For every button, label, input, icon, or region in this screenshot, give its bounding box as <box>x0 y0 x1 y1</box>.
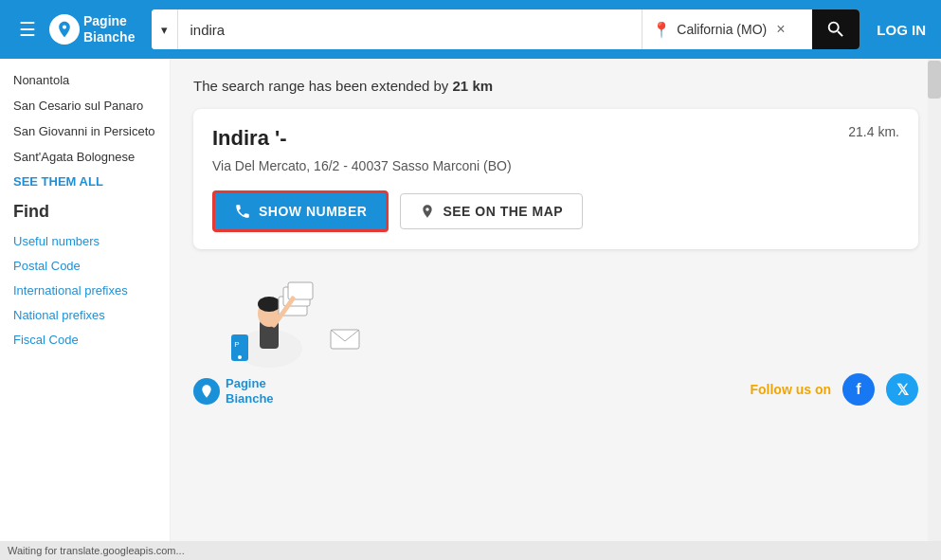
phone-icon <box>234 203 251 220</box>
result-name: Indira '- <box>212 126 899 151</box>
svg-point-3 <box>258 297 280 312</box>
logo[interactable]: Pagine Bianche <box>49 13 135 45</box>
location-filter: 📍 California (MO) × <box>642 9 812 49</box>
show-number-button[interactable]: SHOW NUMBER <box>212 190 389 232</box>
location-pin-icon: 📍 <box>652 21 671 39</box>
sidebar-location-san-cesario[interactable]: San Cesario sul Panaro <box>13 94 156 119</box>
dropdown-arrow-icon: ▾ <box>161 23 168 37</box>
sidebar-link-international-prefixes[interactable]: International prefixes <box>13 279 156 303</box>
search-button[interactable] <box>812 9 860 49</box>
see-all-link[interactable]: SEE THEM ALL <box>13 174 156 189</box>
sidebar-location-nonantola[interactable]: Nonantola <box>13 68 156 94</box>
status-bar: Waiting for translate.googleapis.com... <box>0 541 941 560</box>
logo-icon <box>49 14 80 45</box>
svg-text:P: P <box>234 340 239 349</box>
status-text: Waiting for translate.googleapis.com... <box>8 545 185 556</box>
scrollbar-thumb[interactable] <box>928 61 941 99</box>
logo-pin-icon <box>55 20 74 39</box>
location-text: California (MO) <box>677 22 767 37</box>
sidebar-link-fiscal-code[interactable]: Fiscal Code <box>13 328 156 352</box>
hamburger-icon[interactable]: ☰ <box>15 14 40 45</box>
result-distance: 21.4 km. <box>848 124 899 139</box>
footer-logo-text: PagineBianche <box>226 376 274 406</box>
twitter-button[interactable]: 𝕏 <box>886 373 918 406</box>
sidebar-link-national-prefixes[interactable]: National prefixes <box>13 303 156 328</box>
find-section-title: Find <box>13 202 156 222</box>
svg-point-9 <box>238 355 242 359</box>
result-address: Via Del Mercato, 16/2 - 40037 Sasso Marc… <box>212 158 899 173</box>
sidebar-location-san-giovanni[interactable]: San Giovanni in Persiceto <box>13 119 156 145</box>
follow-us-label: Follow us on <box>750 382 831 397</box>
sidebar-link-useful-numbers[interactable]: Useful numbers <box>13 229 156 254</box>
result-actions: SHOW NUMBER SEE ON THE MAP <box>212 190 899 232</box>
page-footer: P PagineBianche Follow us on f 𝕏 <box>193 278 918 406</box>
login-button[interactable]: LOG IN <box>877 22 926 38</box>
footer-logo-icon <box>193 378 220 405</box>
content-area: The search range has been extended by 21… <box>171 59 941 560</box>
search-range-message: The search range has been extended by 21… <box>193 78 918 94</box>
facebook-button[interactable]: f <box>842 373 875 406</box>
footer-pin-icon <box>199 384 214 399</box>
location-clear-button[interactable]: × <box>776 21 785 38</box>
search-bar: ▾ 📍 California (MO) × <box>152 9 860 49</box>
sidebar-link-postal-code[interactable]: Postal Code <box>13 254 156 279</box>
footer-logo-area: P PagineBianche <box>193 278 364 406</box>
footer-illustration: P <box>193 278 364 372</box>
scrollbar[interactable] <box>928 59 941 560</box>
see-on-map-button[interactable]: SEE ON THE MAP <box>400 193 583 229</box>
footer-social-area: Follow us on f 𝕏 <box>750 373 918 406</box>
logo-text: Pagine Bianche <box>83 13 135 45</box>
map-pin-icon <box>420 204 435 219</box>
search-icon <box>825 19 846 40</box>
result-card: 21.4 km. Indira '- Via Del Mercato, 16/2… <box>193 109 918 249</box>
sidebar-location-santagata[interactable]: Sant'Agata Bolognese <box>13 145 156 171</box>
main-layout: Nonantola San Cesario sul Panaro San Gio… <box>0 59 941 560</box>
search-input[interactable] <box>178 9 642 49</box>
header: ☰ Pagine Bianche ▾ 📍 California (MO) × L… <box>0 0 941 59</box>
search-type-dropdown[interactable]: ▾ <box>152 9 178 49</box>
sidebar: Nonantola San Cesario sul Panaro San Gio… <box>0 59 171 560</box>
